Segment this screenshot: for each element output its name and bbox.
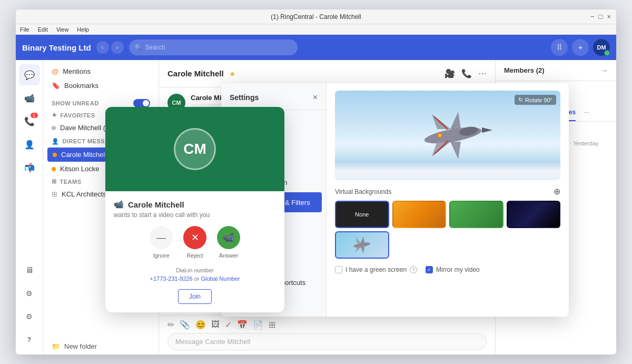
mirror-video-checkbox[interactable]: ✓ <box>426 266 433 273</box>
gif-icon[interactable]: 🖼 <box>211 320 220 330</box>
presence-dot-kitson <box>52 167 56 171</box>
chat-input-placeholder[interactable]: Message Carole Mitchell <box>167 333 487 350</box>
vbg-nature[interactable] <box>449 201 503 228</box>
close-btn[interactable]: × <box>607 13 611 21</box>
phone-call-icon[interactable]: 📞 <box>461 68 472 78</box>
mirror-video-label: Mirror my video <box>436 266 480 273</box>
search-input[interactable] <box>145 44 292 51</box>
call-popup-avatar-area: CM <box>105 107 284 191</box>
answer-label: Answer <box>219 252 239 259</box>
sidebar-item-phone[interactable]: 📞 1 <box>19 111 40 132</box>
apps-icon: ⚙ <box>26 289 33 298</box>
menu-view[interactable]: View <box>56 26 69 33</box>
sidebar-item-apps[interactable]: ⚙ <box>19 283 40 304</box>
show-unread-toggle[interactable] <box>133 99 150 107</box>
vbg-space[interactable] <box>507 201 561 228</box>
apps-grid-button[interactable]: ⠿ <box>551 39 568 56</box>
reject-button[interactable]: ✕ Reject <box>183 226 206 259</box>
attachment-icon[interactable]: 📎 <box>180 320 190 330</box>
vbg-footer: I have a green screen ? ✓ Mirror my vide… <box>335 266 560 273</box>
mentions-label: Mentions <box>63 67 91 75</box>
vbg-none-label: None <box>355 211 369 218</box>
vbg-xwing[interactable] <box>335 231 389 259</box>
emoji-icon[interactable]: 😊 <box>195 320 206 330</box>
chat-star-icon[interactable]: ★ <box>229 70 236 78</box>
call-popup-body: 📹 Carole Mitchell wants to start a video… <box>105 191 284 312</box>
green-screen-label: I have a green screen <box>345 266 407 273</box>
phone-badge: 1 <box>31 113 38 118</box>
dial-in-number[interactable]: +1773-231-9226 <box>150 276 193 282</box>
sidebar-item-voicemail[interactable]: 📬 <box>19 157 40 178</box>
xwing-illustration <box>400 104 506 167</box>
minimize-btn[interactable]: − <box>590 13 595 21</box>
nav-bookmarks[interactable]: 🔖 Bookmarks <box>43 78 159 93</box>
tab-more[interactable]: ··· <box>584 104 589 121</box>
vbg-header: Virtual Backgrounds ⊕ <box>335 186 560 196</box>
global-number-link[interactable]: Global Number <box>201 276 240 282</box>
settings-title: Settings <box>230 93 259 102</box>
green-screen-help-icon[interactable]: ? <box>410 266 417 273</box>
menu-file[interactable]: File <box>20 26 29 33</box>
sidebar-item-help[interactable]: ? <box>19 329 40 350</box>
new-folder-button[interactable]: 📁 New folder <box>43 338 159 355</box>
menu-edit[interactable]: Edit <box>38 26 48 33</box>
carole-mitchell-label: Carole Mitchell <box>61 151 106 159</box>
join-button[interactable]: Join <box>178 289 212 304</box>
menu-help[interactable]: Help <box>77 26 89 33</box>
task-icon[interactable]: ✓ <box>225 320 232 330</box>
answer-button[interactable]: 📹 Answer <box>217 226 240 259</box>
show-unread-label: SHOW UNREAD <box>52 100 99 106</box>
mirror-video-row[interactable]: ✓ Mirror my video <box>426 266 480 273</box>
video-preview: ↻ Rotate 90° <box>335 91 560 180</box>
rotate-button[interactable]: ↻ Rotate 90° <box>515 95 556 105</box>
vbg-none[interactable]: None <box>335 201 389 228</box>
calendar-icon[interactable]: 📅 <box>237 320 248 330</box>
more-icon[interactable]: ⋯ <box>478 68 487 78</box>
window-controls[interactable]: − □ × <box>590 13 611 21</box>
user-avatar[interactable]: DM <box>593 39 610 56</box>
sidebar-item-video[interactable]: 📹 <box>19 87 40 109</box>
sidebar-item-chat[interactable]: 💬 <box>19 64 40 85</box>
svg-marker-17 <box>361 247 364 253</box>
vbg-add-button[interactable]: ⊕ <box>554 186 560 196</box>
search-bar[interactable]: 🔍 <box>129 40 298 55</box>
kitson-locke-label: Kitson Locke <box>60 165 99 173</box>
svg-marker-2 <box>482 127 492 133</box>
doc-icon[interactable]: 📄 <box>253 320 263 330</box>
chat-icon: 💬 <box>24 70 35 80</box>
ignore-button[interactable]: — Ignore <box>150 226 173 259</box>
settings-icon: ⚙ <box>26 312 33 321</box>
kcl-architects-label: KCL Architects <box>62 190 106 198</box>
call-popup: CM 📹 Carole Mitchell wants to start a vi… <box>105 107 284 312</box>
vbg-title: Virtual Backgrounds <box>335 188 391 195</box>
more-tools-icon[interactable]: ⊞ <box>269 320 275 330</box>
sidebar-item-contacts[interactable]: 👤 <box>19 134 40 155</box>
video-call-icon[interactable]: 🎥 <box>445 68 455 78</box>
nav-mentions[interactable]: @ Mentions <box>43 64 159 78</box>
rotate-label: Rotate 90° <box>525 97 552 103</box>
green-screen-checkbox[interactable] <box>335 266 342 273</box>
join-btn-wrapper: Join <box>114 286 276 304</box>
brand-title: Binary Testing Ltd <box>22 43 91 52</box>
format-icon[interactable]: ✏ <box>167 320 174 330</box>
rotate-icon: ↻ <box>518 96 523 103</box>
settings-close-button[interactable]: × <box>313 93 318 102</box>
sidebar-item-settings[interactable]: ⚙ <box>19 306 40 327</box>
svg-marker-4 <box>450 112 461 129</box>
caller-video-icon: 📹 <box>114 200 124 209</box>
window-title: (1) RingCentral - Carole Mitchell <box>21 13 611 21</box>
teams-label: TEAMS <box>60 179 82 185</box>
sidebar-item-screen[interactable]: 🖥 <box>19 260 40 281</box>
vbg-golden-gate[interactable] <box>392 201 447 228</box>
add-button[interactable]: + <box>572 39 589 56</box>
icon-sidebar: 💬 📹 📞 1 👤 📬 🖥 ⚙ <box>16 60 43 355</box>
contacts-icon: 👤 <box>24 140 35 150</box>
members-arrow-button[interactable]: → <box>601 66 608 74</box>
reject-icon: ✕ <box>183 226 206 249</box>
nav-forward-button[interactable]: › <box>111 41 124 54</box>
ignore-icon: — <box>150 226 173 249</box>
maximize-btn[interactable]: □ <box>599 13 603 21</box>
green-screen-row[interactable]: I have a green screen ? <box>335 266 417 273</box>
nav-back-button[interactable]: ‹ <box>96 41 109 54</box>
folder-icon: 📁 <box>52 342 60 350</box>
